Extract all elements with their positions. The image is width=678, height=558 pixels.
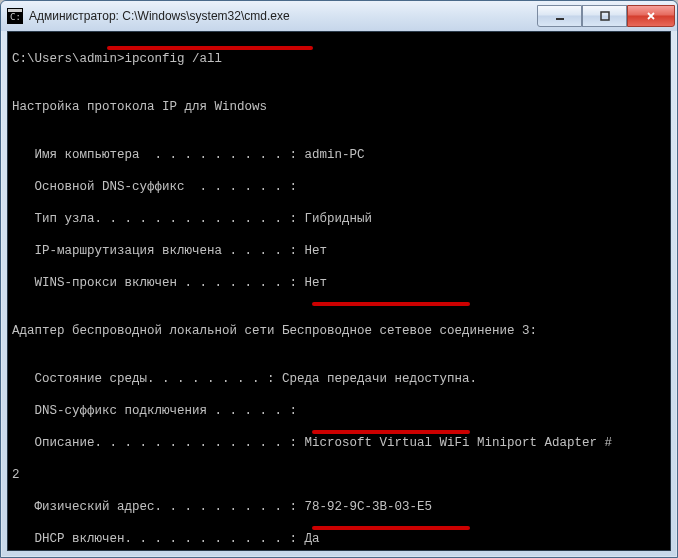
close-button[interactable] <box>627 5 675 27</box>
output-line: Основной DNS-суффикс . . . . . . : <box>12 179 666 195</box>
highlight-underline <box>312 526 470 530</box>
output-heading: Настройка протокола IP для Windows <box>12 99 666 115</box>
prompt-command: ipconfig /all <box>125 52 223 66</box>
output-line: Имя компьютера . . . . . . . . . : admin… <box>12 147 666 163</box>
output-line: WINS-прокси включен . . . . . . . : Нет <box>12 275 666 291</box>
highlight-underline <box>312 430 470 434</box>
cmd-icon: C: <box>7 8 23 24</box>
adapter-title: Адаптер беспроводной локальной сети Бесп… <box>12 323 666 339</box>
highlight-underline <box>312 302 470 306</box>
output-line: Описание. . . . . . . . . . . . . : Micr… <box>12 435 666 451</box>
cmd-window: C: Администратор: C:\Windows\system32\cm… <box>0 0 678 558</box>
output-line: 2 <box>12 467 666 483</box>
minimize-button[interactable] <box>537 5 582 27</box>
prompt-path: C:\Users\admin> <box>12 52 125 66</box>
window-title: Администратор: C:\Windows\system32\cmd.e… <box>29 9 537 23</box>
terminal-viewport[interactable]: C:\Users\admin>ipconfig /all Настройка п… <box>7 31 671 551</box>
output-line: Тип узла. . . . . . . . . . . . . : Гибр… <box>12 211 666 227</box>
svg-rect-3 <box>556 18 564 20</box>
svg-text:C:: C: <box>10 12 21 22</box>
window-buttons <box>537 5 675 27</box>
output-line: DNS-суффикс подключения . . . . . : <box>12 403 666 419</box>
highlight-underline <box>107 46 313 50</box>
mac-address-line: Физический адрес. . . . . . . . . : 78-9… <box>12 499 666 515</box>
output-line: DHCP включен. . . . . . . . . . . : Да <box>12 531 666 547</box>
output-line: Состояние среды. . . . . . . . : Среда п… <box>12 371 666 387</box>
maximize-button[interactable] <box>582 5 627 27</box>
svg-rect-4 <box>601 12 609 20</box>
output-line: IP-маршрутизация включена . . . . : Нет <box>12 243 666 259</box>
titlebar[interactable]: C: Администратор: C:\Windows\system32\cm… <box>1 1 677 31</box>
prompt-line: C:\Users\admin>ipconfig /all <box>12 51 666 67</box>
